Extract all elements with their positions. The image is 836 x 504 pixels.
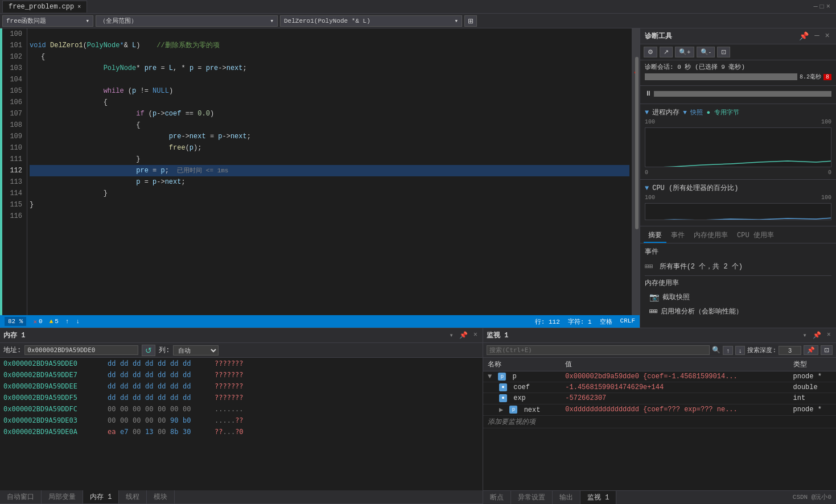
tab-exception-settings[interactable]: 异常设置 [511,491,553,504]
watch-content[interactable]: 名称 值 类型 ▼ p p 0x000002bd9a59dd [483,358,836,490]
watch-dropdown-icon[interactable]: ▾ [801,331,809,340]
editor-scrollbar[interactable] [632,28,640,315]
nav-up[interactable]: ↑ [65,318,69,325]
tab-breakpoints[interactable]: 断点 [483,491,511,504]
diag-events-label: 事件 [645,247,831,257]
memory-panel: 内存 1 ▾ 📌 × 地址: ↺ 列: 自动 0x000002BD9A59DDE… [0,328,483,504]
watch-header-row: 名称 值 类型 [483,358,836,371]
diag-close-icon[interactable]: × [823,31,831,42]
tab-modules[interactable]: 模块 [147,490,175,503]
var-name-exp: exp [513,395,526,403]
nav-button[interactable]: ⊞ [464,15,477,27]
memory-row-0: 0x000002BD9A59DDE0 dddddddddddddd ??????… [0,358,483,369]
watch-close-icon[interactable]: × [825,331,833,340]
memory-panel-header: 内存 1 ▾ 📌 × [0,328,483,343]
diag-events-item[interactable]: ⊞⊞ 所有事件(2 个，共 2 个) [645,260,831,273]
nav-down[interactable]: ↓ [76,318,80,325]
watch-toolbar: 🔍 ↑ ↓ 搜索深度: 📌 ⊡ [483,343,836,358]
file-dropdown[interactable]: free函数问题 ▾ [2,15,93,27]
diag-progress-track [654,91,831,97]
scroll-thumb[interactable] [635,57,639,229]
warning-indicator[interactable]: ▲ 5 [50,318,59,325]
var-name-next: next [524,406,541,414]
var-value-p: 0x000002bd9a59dde0 {coef=-1.45681599014.… [565,373,737,381]
close-window-icon[interactable]: × [826,3,830,11]
file-tab[interactable]: free_problem.cpp × [2,1,87,13]
watch-expand-cols[interactable]: ⊡ [821,345,833,355]
watch-nav-up[interactable]: ↑ [723,346,733,355]
memory-pin-icon[interactable]: 📌 [458,331,470,340]
tree-expand-icon[interactable]: ▼ [488,373,492,381]
diag-memory-scale-bottom: 0 0 [645,170,831,176]
cpu-chart-svg [645,204,831,220]
spaces-label: 空格 [600,317,612,326]
watch-depth-control: 搜索深度: [747,346,801,355]
diag-snapshot-button[interactable]: 📷 截取快照 [645,290,831,304]
section-divider-3 [640,179,836,180]
diag-tab-events[interactable]: 事件 [666,229,689,243]
diag-settings-btn[interactable]: ⚙ [644,47,657,57]
diag-zoom-out-btn[interactable]: 🔍- [697,47,715,57]
memory-dropdown-icon[interactable]: ▾ [448,331,455,340]
diag-heap-button[interactable]: ⊞⊞ 启用堆分析（会影响性能） [645,304,831,319]
diag-exclusive-label: ● 专用字节 [706,108,739,117]
title-bar: free_problem.cpp × ─ □ × [0,0,836,14]
watch-pin-icon[interactable]: 📌 [811,331,823,340]
tab-auto-window[interactable]: 自动窗口 [0,490,42,503]
diag-fit-btn[interactable]: ⊡ [717,47,730,57]
tab-output[interactable]: 输出 [553,491,580,504]
tab-memory1[interactable]: 内存 1 [83,490,119,503]
watch-search-input[interactable] [487,345,710,355]
minimize-icon[interactable]: ─ [813,3,817,11]
diag-timeline-val: 8.2毫秒 [800,73,821,81]
var-name-p: p [513,373,517,381]
watch-row-coef[interactable]: ● coef -1.4568159901474629e+144 double [483,382,836,393]
maximize-icon[interactable]: □ [820,3,824,11]
diag-pin-icon[interactable]: 📌 [797,31,810,42]
close-tab-button[interactable]: × [77,4,81,10]
diag-tab-cpu[interactable]: CPU 使用率 [732,229,779,243]
diag-tab-summary[interactable]: 摘要 [644,229,666,243]
memory-chart-svg [645,128,831,167]
diag-memory-divider [645,275,831,276]
watch-row-next[interactable]: ▶ p next 0xdddddddddddddddd {coef=??? ex… [483,404,836,415]
diag-tab-memory[interactable]: 内存使用率 [689,229,732,243]
scope-dropdown[interactable]: （全局范围） ▾ [96,15,278,27]
tree-expand-icon-next[interactable]: ▶ [499,406,503,414]
bottom-area: 内存 1 ▾ 📌 × 地址: ↺ 列: 自动 0x000002BD9A59DDE… [0,328,836,504]
encoding: CRLF [620,317,635,326]
col-select[interactable]: 自动 [173,345,219,356]
diag-zoom-in-btn[interactable]: 🔍+ [675,47,694,57]
code-line-103: PolyNode* pre = L, * p = pre->next; [30,63,629,74]
watch-depth-input[interactable] [779,346,801,355]
diag-cpu-collapse[interactable]: ▼ [645,184,649,192]
watch-add-row[interactable]: 添加要监视的项 [483,415,836,428]
diag-pause-btn[interactable]: ⏸ [645,89,652,98]
watch-row-p[interactable]: ▼ p p 0x000002bd9a59dde0 {coef=-1.456815… [483,371,836,382]
memory-content[interactable]: 0x000002BD9A59DDE0 dddddddddddddd ??????… [0,358,483,490]
error-indicator[interactable]: ✕ 0 [33,318,42,325]
editor-area: 100 101 102 103 104 105 106 107 108 109 … [0,28,640,328]
diag-export-btn[interactable]: ↗ [660,47,673,57]
tab-threads[interactable]: 线程 [119,490,147,503]
tab-watch1[interactable]: 监视 1 [580,491,616,504]
tab-local-vars[interactable]: 局部变量 [42,490,83,503]
code-line-100 [30,28,629,40]
refresh-button[interactable]: ↺ [142,345,155,356]
code-editor[interactable]: − void DelZero1(PolyNode*& L) //删除系数为零的项… [27,28,632,315]
addr-input[interactable] [24,345,138,355]
section-divider-1 [640,85,836,86]
status-right: 行: 112 字符: 1 空格 CRLF [535,317,635,326]
watch-row-exp[interactable]: ● exp -572662307 int [483,393,836,404]
watch-nav-down[interactable]: ↓ [735,346,746,355]
editor-content: 100 101 102 103 104 105 106 107 108 109 … [0,28,640,315]
watch-pin-cols[interactable]: 📌 [804,345,818,355]
add-watch-label: 添加要监视的项 [488,418,536,426]
function-dropdown[interactable]: DelZero1(PolyNode *& L) ▾ [280,15,462,27]
diag-memory-collapse[interactable]: ▼ [645,109,649,117]
memory-close-icon[interactable]: × [472,331,479,340]
dropdown2-arrow: ▾ [270,17,274,24]
memory-row-4: 0x000002BD9A59DDFC 00000000000000 ......… [0,403,483,415]
zoom-level[interactable]: 82 % [5,317,26,326]
diag-minimize-icon[interactable]: ─ [813,31,821,42]
